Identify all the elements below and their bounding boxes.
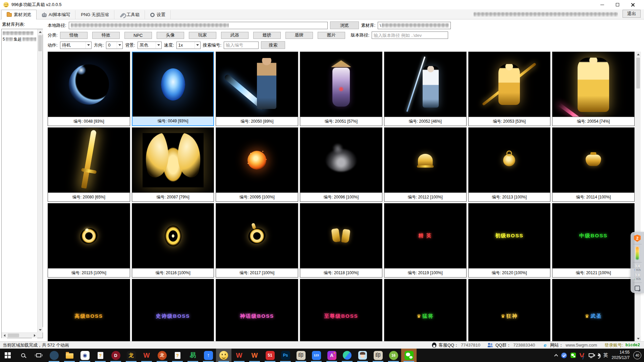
asset-cell[interactable]: 编号: 20051 [57%]: [300, 52, 382, 126]
doc-question-app[interactable]: ?: [93, 349, 108, 362]
browse-button[interactable]: 浏览: [330, 21, 359, 29]
asset-cell[interactable]: ♛狂神: [468, 279, 551, 341]
viewer-app[interactable]: ◉: [77, 349, 93, 362]
category-wings[interactable]: 翅膀: [253, 32, 281, 39]
asset-cell[interactable]: 精 英编号: 20119 [100%]: [384, 203, 467, 278]
category-avatar[interactable]: 头像: [157, 32, 184, 39]
search-button[interactable]: [15, 349, 31, 362]
background-select[interactable]: 黑色: [138, 42, 162, 49]
library-hscrollbar[interactable]: [2, 333, 37, 338]
scroll-down-icon[interactable]: [636, 336, 641, 341]
ai-gradient-app[interactable]: A: [324, 349, 339, 362]
close-button[interactable]: [625, 0, 641, 9]
asset-cell[interactable]: ♛猛将: [384, 279, 467, 341]
vscroll-thumb[interactable]: [38, 35, 42, 51]
version-path-input[interactable]: [372, 32, 448, 39]
green-char-app[interactable]: 易: [185, 349, 201, 362]
wps-office-app-3[interactable]: W: [247, 349, 262, 362]
scroll-left-icon[interactable]: [2, 333, 7, 338]
task-view-button[interactable]: [31, 349, 46, 362]
minimize-button[interactable]: [594, 0, 610, 9]
search-id-input[interactable]: [224, 42, 259, 49]
asset-cell[interactable]: 编号: 0048 [93%]: [48, 52, 130, 126]
library-listbox[interactable]: 5集超: [1, 29, 43, 338]
asset-cell[interactable]: 神话级BOSS: [216, 279, 298, 341]
category-npc[interactable]: NPC: [124, 32, 152, 39]
toolbox-996-app[interactable]: [216, 349, 231, 362]
asset-cell[interactable]: 史诗级BOSS: [132, 279, 214, 341]
doc-question-app-2[interactable]: ?: [170, 349, 185, 362]
d-circle-app[interactable]: D: [108, 349, 123, 362]
notification-icon[interactable]: 40: [633, 351, 641, 359]
app-123[interactable]: 123: [309, 349, 324, 362]
hscroll-thumb[interactable]: [8, 334, 19, 337]
gold-dragon-app[interactable]: 龙: [123, 349, 139, 362]
media-app[interactable]: [46, 349, 62, 362]
tab-toolbox[interactable]: 工具箱: [114, 10, 145, 19]
maximize-button[interactable]: [610, 0, 625, 9]
asset-cell[interactable]: 编号: 20114 [100%]: [552, 127, 635, 202]
asset-cell[interactable]: 编号: 20054 [74%]: [552, 52, 635, 126]
app-16[interactable]: 16: [386, 349, 401, 362]
seal-stamp-app-2[interactable]: 印: [370, 349, 386, 362]
network-icon[interactable]: [589, 353, 594, 357]
list-item[interactable]: 5集超: [3, 37, 36, 42]
direction-select[interactable]: 0: [106, 42, 123, 49]
asset-cell[interactable]: 编号: 0049 [93%]: [132, 52, 214, 126]
category-effect[interactable]: 特效: [92, 32, 120, 39]
asset-cell[interactable]: 编号: 20096 [100%]: [300, 127, 382, 202]
local-path-input[interactable]: [69, 22, 328, 29]
blue-arrow-app[interactable]: ↑: [201, 349, 216, 362]
asset-cell[interactable]: 编号: 20113 [100%]: [468, 127, 551, 202]
performance-meter-icon[interactable]: [635, 246, 639, 260]
asset-cell[interactable]: 编号: 20050 [89%]: [216, 52, 298, 126]
file-explorer-app[interactable]: [62, 349, 77, 362]
ime-indicator[interactable]: 英: [603, 352, 608, 358]
website-value[interactable]: www.5wgm.com: [566, 343, 597, 348]
list-item[interactable]: [3, 31, 36, 36]
scroll-up-icon[interactable]: [636, 52, 641, 57]
wechat-tray-icon[interactable]: [571, 353, 576, 358]
asset-cell[interactable]: 编号: 20053 [53%]: [468, 52, 551, 126]
v-cloud-tray-icon[interactable]: [580, 353, 585, 358]
avatar-app[interactable]: [355, 349, 370, 362]
asset-cell[interactable]: 编号: 20116 [100%]: [132, 203, 214, 278]
asset-cell[interactable]: 编号: 20080 [65%]: [48, 127, 130, 202]
tab-settings[interactable]: 设置: [145, 10, 171, 19]
asset-cell[interactable]: 初级BOSS编号: 20120 [100%]: [468, 203, 551, 278]
vscroll-thumb[interactable]: [636, 58, 640, 88]
speed-select[interactable]: 1x: [176, 42, 201, 49]
asset-cell[interactable]: ♛武圣: [552, 279, 635, 341]
category-shield[interactable]: 盾牌: [285, 32, 313, 39]
exit-button[interactable]: 退出: [623, 10, 641, 18]
wps-office-app[interactable]: W: [139, 349, 154, 362]
clock[interactable]: 14:55 2025/12/7: [612, 350, 630, 360]
screenshot-icon[interactable]: [635, 286, 640, 291]
category-player[interactable]: 玩家: [189, 32, 216, 39]
app-51[interactable]: 51: [262, 349, 278, 362]
tray-expand-icon[interactable]: [554, 354, 558, 358]
library-vscrollbar[interactable]: [37, 29, 43, 333]
scroll-up-icon[interactable]: [38, 29, 43, 35]
security-badge-icon[interactable]: 2: [634, 235, 641, 242]
category-weapon[interactable]: 武器: [221, 32, 249, 39]
library-path-input[interactable]: \: [378, 22, 451, 29]
asset-cell[interactable]: 中级BOSS编号: 20121 [100%]: [552, 203, 635, 278]
asset-cell[interactable]: 至尊级BOSS: [300, 279, 382, 341]
red-dragon-app[interactable]: 龙: [154, 349, 170, 362]
tab-material-browse[interactable]: 素材浏览: [1, 10, 37, 19]
category-image[interactable]: 图片: [318, 32, 345, 39]
wechat-app[interactable]: [401, 349, 417, 362]
tab-png-compress[interactable]: PNG 无损压缩: [75, 10, 114, 19]
scroll-right-icon[interactable]: [32, 333, 37, 338]
asset-cell[interactable]: 编号: 20117 [100%]: [216, 203, 298, 278]
tab-ai-script[interactable]: AI脚本编写: [37, 10, 75, 19]
asset-cell[interactable]: 编号: 20095 [100%]: [216, 127, 298, 202]
asset-cell[interactable]: 编号: 20118 [100%]: [300, 203, 382, 278]
desktop-overlay-widget[interactable]: 2 3.4 ↑ K/s 3.8 ↓ K/s: [631, 232, 644, 293]
asset-cell[interactable]: 编号: 20112 [100%]: [384, 127, 467, 202]
start-button[interactable]: [0, 349, 15, 362]
scroll-down-icon[interactable]: [38, 327, 43, 333]
asset-cell[interactable]: 编号: 20087 [79%]: [132, 127, 214, 202]
wps-office-app-2[interactable]: W: [231, 349, 247, 362]
